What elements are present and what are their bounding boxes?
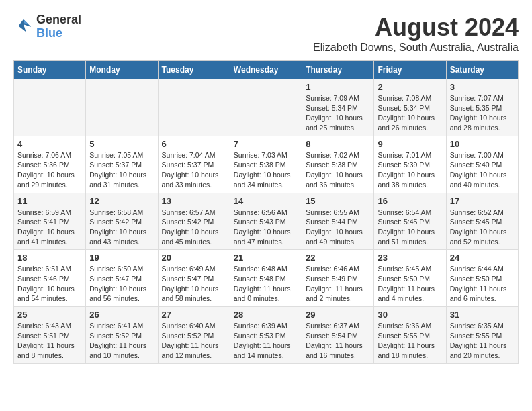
- calendar-cell: 22Sunrise: 6:46 AMSunset: 5:49 PMDayligh…: [302, 250, 374, 307]
- calendar-cell: 18Sunrise: 6:51 AMSunset: 5:46 PMDayligh…: [14, 250, 86, 307]
- day-number: 24: [450, 253, 515, 263]
- header-sunday: Sunday: [14, 61, 86, 79]
- calendar-cell: 31Sunrise: 6:35 AMSunset: 5:55 PMDayligh…: [446, 307, 518, 364]
- day-info: Sunrise: 7:09 AMSunset: 5:34 PMDaylight:…: [306, 93, 370, 133]
- logo-text: General Blue: [36, 13, 81, 40]
- day-number: 5: [89, 139, 154, 149]
- day-info: Sunrise: 6:58 AMSunset: 5:42 PMDaylight:…: [89, 208, 154, 247]
- calendar-cell: 4Sunrise: 7:06 AMSunset: 5:36 PMDaylight…: [14, 136, 86, 193]
- day-info: Sunrise: 6:49 AMSunset: 5:47 PMDaylight:…: [162, 264, 226, 304]
- title-block: August 2024 Elizabeth Downs, South Austr…: [313, 13, 519, 54]
- day-number: 13: [162, 196, 226, 206]
- day-number: 27: [162, 310, 226, 320]
- calendar-cell: 16Sunrise: 6:54 AMSunset: 5:45 PMDayligh…: [374, 193, 446, 250]
- day-info: Sunrise: 6:57 AMSunset: 5:42 PMDaylight:…: [162, 208, 226, 247]
- day-info: Sunrise: 7:02 AMSunset: 5:38 PMDaylight:…: [306, 150, 370, 190]
- day-info: Sunrise: 6:36 AMSunset: 5:55 PMDaylight:…: [378, 321, 442, 361]
- day-info: Sunrise: 7:08 AMSunset: 5:34 PMDaylight:…: [378, 93, 442, 133]
- calendar-table: Sunday Monday Tuesday Wednesday Thursday…: [13, 60, 519, 364]
- day-number: 16: [378, 196, 442, 206]
- day-number: 1: [306, 82, 370, 92]
- day-number: 8: [306, 139, 370, 149]
- day-info: Sunrise: 6:41 AMSunset: 5:52 PMDaylight:…: [89, 321, 154, 361]
- day-info: Sunrise: 6:51 AMSunset: 5:46 PMDaylight:…: [17, 264, 82, 304]
- day-number: 2: [378, 82, 442, 92]
- day-info: Sunrise: 6:43 AMSunset: 5:51 PMDaylight:…: [17, 321, 82, 361]
- calendar-cell: 23Sunrise: 6:45 AMSunset: 5:50 PMDayligh…: [374, 250, 446, 307]
- calendar-cell: 29Sunrise: 6:37 AMSunset: 5:54 PMDayligh…: [302, 307, 374, 364]
- day-number: 14: [234, 196, 298, 206]
- logo: General Blue: [13, 13, 81, 40]
- day-info: Sunrise: 6:48 AMSunset: 5:48 PMDaylight:…: [234, 264, 298, 304]
- calendar-body: 1Sunrise: 7:09 AMSunset: 5:34 PMDaylight…: [14, 79, 519, 364]
- day-number: 28: [234, 310, 298, 320]
- day-info: Sunrise: 7:06 AMSunset: 5:36 PMDaylight:…: [17, 150, 82, 190]
- calendar-cell: 5Sunrise: 7:05 AMSunset: 5:37 PMDaylight…: [86, 136, 158, 193]
- header-row: Sunday Monday Tuesday Wednesday Thursday…: [14, 61, 519, 79]
- calendar-cell: 24Sunrise: 6:44 AMSunset: 5:50 PMDayligh…: [446, 250, 518, 307]
- calendar-cell: 12Sunrise: 6:58 AMSunset: 5:42 PMDayligh…: [86, 193, 158, 250]
- day-info: Sunrise: 7:05 AMSunset: 5:37 PMDaylight:…: [89, 150, 154, 190]
- calendar-cell: 25Sunrise: 6:43 AMSunset: 5:51 PMDayligh…: [14, 307, 86, 364]
- calendar-cell: [86, 79, 158, 136]
- day-info: Sunrise: 7:07 AMSunset: 5:35 PMDaylight:…: [450, 93, 515, 133]
- day-info: Sunrise: 6:54 AMSunset: 5:45 PMDaylight:…: [378, 208, 442, 247]
- page-header: General Blue August 2024 Elizabeth Downs…: [13, 13, 519, 54]
- day-number: 18: [17, 253, 82, 263]
- calendar-cell: 15Sunrise: 6:55 AMSunset: 5:44 PMDayligh…: [302, 193, 374, 250]
- day-number: 4: [17, 139, 82, 149]
- day-number: 12: [89, 196, 154, 206]
- day-number: 25: [17, 310, 82, 320]
- calendar-cell: 2Sunrise: 7:08 AMSunset: 5:34 PMDaylight…: [374, 79, 446, 136]
- calendar-header: Sunday Monday Tuesday Wednesday Thursday…: [14, 61, 519, 79]
- calendar-week-5: 25Sunrise: 6:43 AMSunset: 5:51 PMDayligh…: [14, 307, 519, 364]
- header-saturday: Saturday: [446, 61, 518, 79]
- calendar-cell: 13Sunrise: 6:57 AMSunset: 5:42 PMDayligh…: [158, 193, 230, 250]
- day-number: 7: [234, 139, 298, 149]
- day-number: 15: [306, 196, 370, 206]
- calendar-cell: 8Sunrise: 7:02 AMSunset: 5:38 PMDaylight…: [302, 136, 374, 193]
- calendar-cell: [14, 79, 86, 136]
- calendar-cell: 14Sunrise: 6:56 AMSunset: 5:43 PMDayligh…: [230, 193, 302, 250]
- day-info: Sunrise: 6:55 AMSunset: 5:44 PMDaylight:…: [306, 208, 370, 247]
- day-info: Sunrise: 6:50 AMSunset: 5:47 PMDaylight:…: [89, 264, 154, 304]
- day-info: Sunrise: 6:52 AMSunset: 5:45 PMDaylight:…: [450, 208, 515, 247]
- calendar-cell: 7Sunrise: 7:03 AMSunset: 5:38 PMDaylight…: [230, 136, 302, 193]
- day-number: 17: [450, 196, 515, 206]
- calendar-cell: 27Sunrise: 6:40 AMSunset: 5:52 PMDayligh…: [158, 307, 230, 364]
- calendar-cell: [158, 79, 230, 136]
- header-thursday: Thursday: [302, 61, 374, 79]
- day-info: Sunrise: 6:37 AMSunset: 5:54 PMDaylight:…: [306, 321, 370, 361]
- calendar-week-1: 1Sunrise: 7:09 AMSunset: 5:34 PMDaylight…: [14, 79, 519, 136]
- day-number: 22: [306, 253, 370, 263]
- calendar-cell: 19Sunrise: 6:50 AMSunset: 5:47 PMDayligh…: [86, 250, 158, 307]
- day-info: Sunrise: 7:00 AMSunset: 5:40 PMDaylight:…: [450, 150, 515, 190]
- logo-icon: [13, 17, 34, 37]
- day-info: Sunrise: 6:44 AMSunset: 5:50 PMDaylight:…: [450, 264, 515, 304]
- day-info: Sunrise: 6:45 AMSunset: 5:50 PMDaylight:…: [378, 264, 442, 304]
- calendar-cell: 26Sunrise: 6:41 AMSunset: 5:52 PMDayligh…: [86, 307, 158, 364]
- calendar-week-4: 18Sunrise: 6:51 AMSunset: 5:46 PMDayligh…: [14, 250, 519, 307]
- header-tuesday: Tuesday: [158, 61, 230, 79]
- calendar-cell: [230, 79, 302, 136]
- day-number: 29: [306, 310, 370, 320]
- day-info: Sunrise: 6:56 AMSunset: 5:43 PMDaylight:…: [234, 208, 298, 247]
- day-info: Sunrise: 7:04 AMSunset: 5:37 PMDaylight:…: [162, 150, 226, 190]
- day-number: 26: [89, 310, 154, 320]
- header-wednesday: Wednesday: [230, 61, 302, 79]
- day-info: Sunrise: 7:03 AMSunset: 5:38 PMDaylight:…: [234, 150, 298, 190]
- calendar-week-3: 11Sunrise: 6:59 AMSunset: 5:41 PMDayligh…: [14, 193, 519, 250]
- calendar-cell: 6Sunrise: 7:04 AMSunset: 5:37 PMDaylight…: [158, 136, 230, 193]
- day-number: 9: [378, 139, 442, 149]
- calendar-cell: 10Sunrise: 7:00 AMSunset: 5:40 PMDayligh…: [446, 136, 518, 193]
- day-number: 31: [450, 310, 515, 320]
- day-info: Sunrise: 6:46 AMSunset: 5:49 PMDaylight:…: [306, 264, 370, 304]
- day-info: Sunrise: 6:40 AMSunset: 5:52 PMDaylight:…: [162, 321, 226, 361]
- day-number: 19: [89, 253, 154, 263]
- calendar-cell: 1Sunrise: 7:09 AMSunset: 5:34 PMDaylight…: [302, 79, 374, 136]
- subtitle: Elizabeth Downs, South Australia, Austra…: [313, 42, 519, 54]
- header-friday: Friday: [374, 61, 446, 79]
- calendar-cell: 3Sunrise: 7:07 AMSunset: 5:35 PMDaylight…: [446, 79, 518, 136]
- day-number: 23: [378, 253, 442, 263]
- day-number: 6: [162, 139, 226, 149]
